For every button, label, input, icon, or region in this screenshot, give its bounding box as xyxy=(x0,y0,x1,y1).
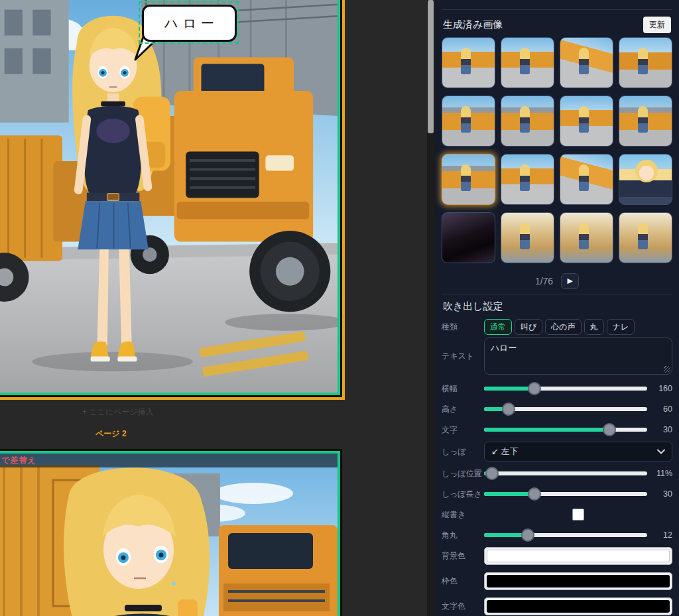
generated-image-thumbnail[interactable] xyxy=(442,95,495,147)
setting-row-tail-length: しっぽ長さ30 xyxy=(442,485,672,503)
slider-thumb[interactable] xyxy=(485,467,499,480)
font-size-label: 文字 xyxy=(442,424,484,436)
font-size-value: 30 xyxy=(651,425,672,434)
background-color-color-input[interactable] xyxy=(484,547,672,565)
chevron-down-icon xyxy=(657,449,665,454)
bubble-type-group: 通常叫び心の声丸ナレ xyxy=(484,319,635,335)
bubble-type-inner-voice[interactable]: 心の声 xyxy=(545,319,581,335)
page-2-canvas[interactable]: クリックで差替え xyxy=(0,449,342,616)
page-1-canvas[interactable] xyxy=(0,0,345,400)
slider-fill xyxy=(484,492,534,496)
insert-page-button[interactable]: + ここにページ挿入 xyxy=(82,406,154,418)
generated-image-thumbnail[interactable] xyxy=(560,212,613,263)
bubble-settings-title: 吹き出し設定 xyxy=(443,300,671,313)
width-value: 160 xyxy=(651,384,672,393)
next-page-button[interactable]: ▶ xyxy=(561,273,579,289)
canvas-scrollbar-thumb[interactable] xyxy=(428,0,434,133)
setting-row-width: 横幅160 xyxy=(442,380,672,397)
slider-thumb[interactable] xyxy=(603,423,616,436)
settings-panel: 生成済み画像 更新 1/76 ▶ 吹き出し設定 種類 通常叫び心の声丸ナレ テキ… xyxy=(435,0,679,616)
setting-row-border-color: 枠色 xyxy=(442,572,672,590)
slider-fill xyxy=(484,387,534,391)
tail-select[interactable]: ↙ 左下 xyxy=(484,442,672,462)
border-color-swatch xyxy=(487,575,670,587)
page-2-artwork: クリックで差替え xyxy=(0,451,340,616)
generated-image-thumbnail[interactable] xyxy=(501,37,554,88)
generated-image-thumbnail[interactable] xyxy=(501,95,554,147)
height-slider[interactable] xyxy=(484,402,647,416)
replace-image-hint: クリックで差替え xyxy=(0,455,36,466)
generated-image-thumbnail[interactable] xyxy=(560,154,613,205)
setting-row-tail: しっぽ↙ 左下 xyxy=(442,442,672,462)
font-size-slider[interactable] xyxy=(484,422,647,437)
setting-row-corner-radius: 角丸12 xyxy=(442,526,672,544)
tail-length-slider[interactable] xyxy=(484,487,647,501)
tail-position-slider[interactable] xyxy=(484,466,647,481)
text-color-swatch xyxy=(487,600,670,613)
generated-image-thumbnail[interactable] xyxy=(560,37,613,88)
speech-bubble[interactable]: ハロー xyxy=(142,5,237,42)
replace-image-overlay[interactable]: クリックで差替え xyxy=(0,454,338,467)
setting-row-text-color: 文字色 xyxy=(442,597,672,615)
bubble-type-shout[interactable]: 叫び xyxy=(515,319,542,335)
bubble-text-label: テキスト xyxy=(442,351,484,362)
slider-track xyxy=(484,471,647,475)
border-color-color-input[interactable] xyxy=(484,572,672,590)
bubble-setting-rows: 横幅160高さ60文字30しっぽ↙ 左下しっぽ位置11%しっぽ長さ30縦書き角丸… xyxy=(442,380,672,615)
slider-thumb[interactable] xyxy=(528,382,541,395)
generated-image-thumbnail[interactable] xyxy=(619,212,672,263)
bubble-type-round[interactable]: 丸 xyxy=(584,319,604,335)
height-label: 高さ xyxy=(442,404,484,415)
update-button[interactable]: 更新 xyxy=(643,17,671,33)
height-value: 60 xyxy=(651,404,672,414)
vertical-text-label: 縦書き xyxy=(442,509,484,521)
width-label: 横幅 xyxy=(442,383,484,395)
text-color-color-input[interactable] xyxy=(484,597,672,615)
slider-fill xyxy=(484,428,609,432)
generated-image-thumbnail[interactable] xyxy=(619,95,672,147)
text-color-label: 文字色 xyxy=(442,601,484,612)
play-icon: ▶ xyxy=(567,277,572,285)
generated-images-title: 生成済み画像 xyxy=(443,19,503,31)
bubble-type-normal[interactable]: 通常 xyxy=(484,319,512,335)
corner-radius-slider[interactable] xyxy=(484,528,647,542)
width-slider[interactable] xyxy=(484,381,647,396)
tail-length-value: 30 xyxy=(651,489,672,499)
resize-grip-icon[interactable] xyxy=(664,366,670,373)
tail-selected-value: ↙ 左下 xyxy=(491,446,519,458)
generated-image-thumbnail-selected[interactable] xyxy=(442,154,495,205)
tail-position-value: 11% xyxy=(651,469,672,478)
bubble-type-narration[interactable]: ナレ xyxy=(607,319,635,335)
page-1-artwork xyxy=(0,0,340,395)
generated-image-thumbnail[interactable] xyxy=(619,154,672,205)
generated-images-grid xyxy=(442,37,672,263)
setting-row-background-color: 背景色 xyxy=(442,547,672,565)
page-2-scene-illustration xyxy=(0,454,338,616)
tail-length-label: しっぽ長さ xyxy=(442,489,484,500)
panel-top-divider xyxy=(442,9,672,10)
tail-label: しっぽ xyxy=(442,446,484,458)
bubble-type-label: 種類 xyxy=(442,322,484,333)
tail-position-label: しっぽ位置 xyxy=(442,468,484,479)
generated-image-thumbnail[interactable] xyxy=(501,212,554,263)
page-1-scene-illustration xyxy=(0,0,338,393)
slider-thumb[interactable] xyxy=(502,402,515,416)
background-color-swatch xyxy=(487,550,670,562)
corner-radius-value: 12 xyxy=(651,530,672,540)
generated-image-thumbnail[interactable] xyxy=(619,37,672,88)
border-color-label: 枠色 xyxy=(442,576,484,587)
slider-thumb[interactable] xyxy=(528,487,541,501)
generated-image-thumbnail[interactable] xyxy=(442,212,495,263)
slider-thumb[interactable] xyxy=(521,528,534,542)
generated-image-thumbnail[interactable] xyxy=(560,95,613,147)
generated-image-thumbnail[interactable] xyxy=(501,154,554,205)
vertical-text-checkbox[interactable] xyxy=(572,509,584,521)
manga-canvas-area: ハロー + ここにページ挿入 ページ 2 xyxy=(0,0,428,616)
generated-image-thumbnail[interactable] xyxy=(442,37,495,88)
bubble-text-input[interactable]: ハロー xyxy=(484,338,672,375)
setting-row-tail-position: しっぽ位置11% xyxy=(442,465,672,482)
background-color-label: 背景色 xyxy=(442,550,484,562)
corner-radius-label: 角丸 xyxy=(442,530,484,541)
page-counter: 1/76 xyxy=(535,276,553,286)
speech-bubble-text: ハロー xyxy=(160,15,219,32)
